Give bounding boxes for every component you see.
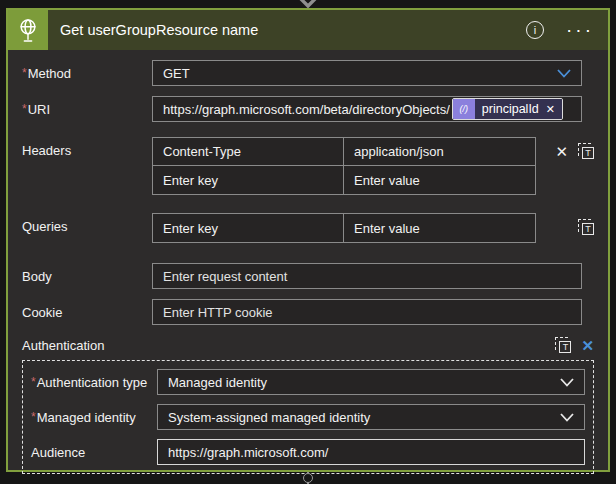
method-row: *Method GET — [22, 60, 594, 86]
switch-to-text-view-icon[interactable]: T — [578, 143, 594, 159]
audience-row: Audience https://graph.microsoft.com/ — [31, 439, 585, 465]
cookie-label: Cookie — [22, 305, 152, 320]
token-close-icon[interactable]: ✕ — [546, 103, 555, 116]
chevron-down-icon — [557, 69, 571, 78]
info-icon[interactable]: i — [526, 21, 544, 39]
managed-identity-label: *Managed identity — [31, 410, 157, 425]
token-label: principalId — [482, 102, 539, 116]
cookie-placeholder: Enter HTTP cookie — [163, 305, 273, 320]
action-card-body: *Method GET *URI https://graph.microsoft… — [8, 50, 608, 474]
header-key-cell[interactable]: Enter key — [153, 166, 344, 194]
queries-label: Queries — [22, 213, 152, 234]
body-row: Body Enter request content — [22, 263, 594, 289]
audience-value: https://graph.microsoft.com/ — [168, 445, 328, 460]
chevron-down-icon — [560, 378, 574, 387]
required-asterisk: * — [22, 102, 27, 116]
queries-row: Queries Enter key Enter value T — [22, 213, 594, 243]
auth-type-value: Managed identity — [168, 375, 560, 390]
action-card-header[interactable]: Get userGroupResource name i ··· — [8, 10, 608, 50]
auth-type-dropdown[interactable]: Managed identity — [157, 369, 585, 395]
expression-icon: (/) — [453, 99, 475, 119]
required-asterisk: * — [31, 410, 36, 424]
audience-label: Audience — [31, 445, 157, 460]
uri-input[interactable]: https://graph.microsoft.com/beta/directo… — [152, 96, 582, 122]
switch-to-text-view-icon[interactable]: T — [578, 219, 594, 235]
delete-header-icon[interactable]: ✕ — [555, 144, 568, 159]
method-value: GET — [163, 66, 557, 81]
authentication-section: *Authentication type Managed identity *M… — [22, 360, 594, 474]
body-input[interactable]: Enter request content — [152, 263, 582, 289]
authentication-label: Authentication — [22, 338, 104, 353]
cookie-input[interactable]: Enter HTTP cookie — [152, 299, 582, 325]
ellipsis-menu-icon[interactable]: ··· — [566, 25, 594, 35]
body-placeholder: Enter request content — [163, 269, 287, 284]
dynamic-content-token[interactable]: (/) principalId ✕ — [452, 98, 563, 120]
header-value-cell[interactable]: Enter value — [344, 166, 535, 194]
chevron-down-icon — [560, 413, 574, 422]
uri-label: *URI — [22, 102, 152, 117]
required-asterisk: * — [31, 375, 36, 389]
headers-label: Headers — [22, 137, 152, 158]
headers-table: Content-Type application/json Enter key … — [152, 137, 536, 195]
uri-row: *URI https://graph.microsoft.com/beta/di… — [22, 96, 594, 122]
designer-canvas: Get userGroupResource name i ··· *Method… — [0, 0, 616, 484]
queries-table: Enter key Enter value — [152, 213, 536, 243]
body-label: Body — [22, 269, 152, 284]
headers-row: Headers Content-Type application/json En… — [22, 137, 594, 195]
uri-value: https://graph.microsoft.com/beta/directo… — [163, 102, 450, 117]
connector-node[interactable] — [303, 473, 313, 483]
method-label: *Method — [22, 66, 152, 81]
cookie-row: Cookie Enter HTTP cookie — [22, 299, 594, 325]
http-connector-icon — [8, 10, 48, 50]
query-key-cell[interactable]: Enter key — [153, 214, 344, 242]
method-dropdown[interactable]: GET — [152, 60, 582, 86]
switch-to-text-view-icon[interactable]: T — [555, 337, 571, 353]
remove-authentication-icon[interactable]: ✕ — [581, 338, 594, 353]
required-asterisk: * — [22, 66, 27, 80]
auth-type-label: *Authentication type — [31, 375, 157, 390]
action-title: Get userGroupResource name — [60, 22, 526, 38]
globe-icon — [17, 17, 39, 44]
managed-identity-row: *Managed identity System-assigned manage… — [31, 404, 585, 430]
audience-input[interactable]: https://graph.microsoft.com/ — [157, 439, 585, 465]
header-key-cell[interactable]: Content-Type — [153, 138, 344, 166]
managed-identity-dropdown[interactable]: System-assigned managed identity — [157, 404, 585, 430]
http-action-card: Get userGroupResource name i ··· *Method… — [6, 8, 610, 472]
managed-identity-value: System-assigned managed identity — [168, 410, 560, 425]
auth-type-row: *Authentication type Managed identity — [31, 369, 585, 395]
authentication-header-row: Authentication T ✕ — [22, 334, 594, 356]
query-value-cell[interactable]: Enter value — [344, 214, 535, 242]
header-value-cell[interactable]: application/json — [344, 138, 535, 166]
